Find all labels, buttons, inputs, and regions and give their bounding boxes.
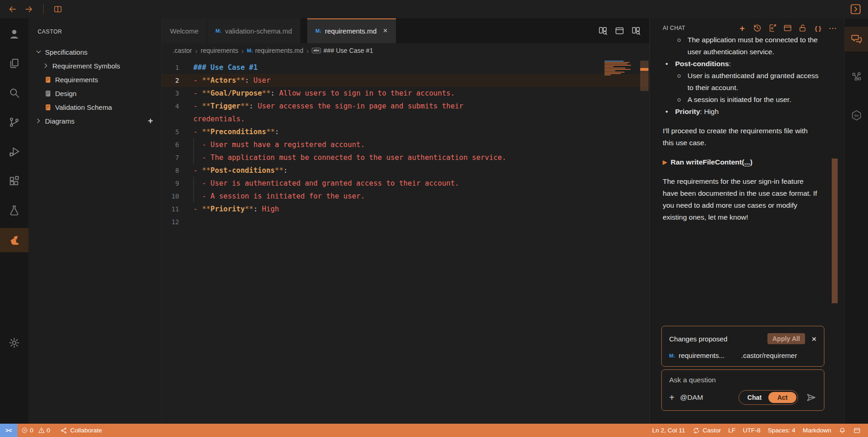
line-number[interactable]: 2 [162, 74, 185, 87]
line-number[interactable]: 10 [162, 190, 185, 203]
activitybar-castor[interactable] [0, 228, 28, 252]
breadcrumb-item-requirements[interactable]: requirements [201, 47, 238, 54]
tree-item-specifications[interactable]: Specifications [28, 45, 161, 59]
line-number[interactable]: 8 [162, 164, 185, 177]
breadcrumb-item-castor[interactable]: .castor [173, 47, 192, 54]
history-button[interactable] [753, 23, 762, 33]
close-icon[interactable]: × [812, 335, 817, 343]
activitybar-explorer[interactable] [0, 51, 28, 75]
tool-call-row[interactable]: ▶Ran writeFileContent(...) [663, 156, 820, 168]
minimap[interactable] [604, 61, 636, 75]
statusbar-castor-sync[interactable]: Castor [689, 424, 725, 437]
statusbar-indentation[interactable]: Spaces: 4 [764, 424, 799, 437]
line-number[interactable]: 12 [162, 216, 185, 228]
line-number[interactable]: 9 [162, 177, 185, 190]
breadcrumb-item-use-case-1[interactable]: abc### Use Case #1 [312, 47, 373, 54]
close-icon[interactable]: × [383, 26, 388, 35]
rightbar-diagram-tool[interactable] [845, 64, 868, 89]
add-diagram-button[interactable]: + [145, 116, 156, 126]
statusbar-encoding[interactable]: UTF-8 [739, 424, 764, 437]
editor-line-1[interactable]: 1### Use Case #1 [162, 61, 649, 74]
activitybar-run-debug[interactable] [0, 140, 28, 164]
mode-chat[interactable]: Chat [740, 392, 768, 403]
tab-requirements-md[interactable]: M↓requirements.md× [307, 18, 396, 43]
activitybar-testing[interactable] [0, 199, 28, 222]
activitybar-account[interactable] [0, 22, 28, 46]
editor-line-4[interactable]: 4- **Trigger**: User accesses the sign-i… [162, 100, 649, 113]
tab-welcome[interactable]: Welcome [162, 18, 207, 43]
forward-button[interactable] [22, 3, 36, 15]
editor-line-7[interactable]: 7 - The application must be connected to… [162, 151, 649, 164]
open-changes-button[interactable] [598, 26, 608, 36]
circle-bullet-icon [677, 39, 681, 42]
line-number[interactable]: 3 [162, 87, 185, 100]
statusbar-language-mode[interactable]: Markdown [799, 424, 835, 437]
activitybar-search[interactable] [0, 81, 28, 105]
editor-line-9[interactable]: 9 - User is authenticated and granted ac… [162, 177, 649, 190]
editor-line-8[interactable]: 8- **Post-conditions**: [162, 164, 649, 177]
code-context-button[interactable]: { } [813, 23, 823, 33]
send-icon[interactable] [806, 392, 817, 403]
more-actions-button[interactable]: ··· [829, 23, 838, 33]
editor-line-6[interactable]: 6 - User must have a registered account. [162, 138, 649, 151]
export-chat-button[interactable] [768, 23, 777, 33]
editor-line-10[interactable]: 10 - A session is initiated for the user… [162, 190, 649, 203]
problems[interactable]: 00 [17, 424, 56, 437]
line-number[interactable]: 11 [162, 203, 185, 216]
line-number[interactable]: 7 [162, 151, 185, 164]
back-button[interactable] [6, 3, 19, 15]
mention-chip[interactable]: @DAM [680, 393, 703, 402]
line-number[interactable]: 1 [162, 61, 185, 74]
lock-button[interactable] [798, 23, 807, 33]
editor-layout-button[interactable] [783, 23, 792, 33]
apply-all-button[interactable]: Apply All [767, 333, 805, 344]
code-editor[interactable]: 1### Use Case #12- **Actors**: User3- **… [162, 58, 649, 424]
new-chat-button[interactable]: + [738, 23, 747, 33]
customize-layout-button[interactable] [614, 26, 625, 36]
statusbar-cursor-position[interactable]: Ln 2, Col 11 [648, 424, 689, 437]
panel-chevron-icon [850, 3, 862, 15]
editor-line-5[interactable]: 5- **Preconditions**: [162, 125, 649, 138]
line-number[interactable]: 6 [162, 138, 185, 151]
activity-bar [0, 18, 28, 424]
statusbar-notifications[interactable] [835, 424, 850, 437]
remote-indicator[interactable]: >< [0, 424, 17, 437]
mode-act[interactable]: Act [768, 392, 796, 403]
split-editor-right-button[interactable] [631, 26, 641, 36]
line-number[interactable]: 4 [162, 100, 185, 113]
statusbar-eol-sequence[interactable]: LF [725, 424, 739, 437]
split-editor-button[interactable] [51, 3, 65, 15]
rightbar-ai-chat[interactable] [845, 27, 868, 51]
chat-input[interactable] [669, 376, 817, 384]
attach-button[interactable]: + [669, 392, 675, 403]
line-number[interactable] [162, 113, 185, 125]
mode-toggle[interactable]: Chat Act [738, 390, 798, 405]
tree-item-validation-schema[interactable]: Validation Schema [28, 100, 161, 114]
activitybar-settings[interactable] [0, 331, 28, 355]
tree-item-requirement-symbols[interactable]: Requirement Symbols [28, 59, 161, 73]
line-number[interactable]: 5 [162, 125, 185, 138]
activitybar-extensions[interactable] [0, 169, 28, 193]
toggle-secondary-panel-button[interactable] [849, 3, 862, 15]
editor-line-12[interactable]: 12 [162, 216, 649, 228]
editor-line-3[interactable]: 3- **Goal/Purpose**: Allow users to sign… [162, 87, 649, 100]
breadcrumb-separator: › [306, 47, 309, 55]
tree-item-requirements[interactable]: Requirements [28, 73, 161, 86]
statusbar-collaborate[interactable]: Collaborate [56, 424, 106, 437]
editor-line-2[interactable]: 2- **Actors**: User [162, 74, 649, 87]
activitybar-source-control[interactable] [0, 110, 28, 134]
statusbar-panel-layout[interactable] [850, 424, 864, 437]
chat-scrollbar[interactable] [832, 159, 838, 303]
rightbar-hex-tool[interactable]: 0x [845, 103, 868, 128]
tree-item-design[interactable]: Design [28, 86, 161, 100]
editor-scrollbar[interactable] [640, 61, 648, 91]
editor-line-wrap[interactable]: credentials. [162, 113, 649, 125]
editor-line-11[interactable]: 11- **Priority**: High [162, 203, 649, 216]
changed-file-row[interactable]: M↓ requirements... .castor/requiremer [669, 352, 817, 359]
breadcrumb-item-requirements-md[interactable]: M↓requirements.md [247, 47, 304, 54]
hex-0x-icon: 0x [851, 109, 862, 121]
tab-validation-schema-md[interactable]: M↓validation-schema.md [207, 18, 301, 43]
secondary-activity-bar: 0x [844, 18, 868, 424]
tab-label: Welcome [170, 27, 198, 35]
tree-item-diagrams[interactable]: Diagrams+ [28, 114, 161, 128]
